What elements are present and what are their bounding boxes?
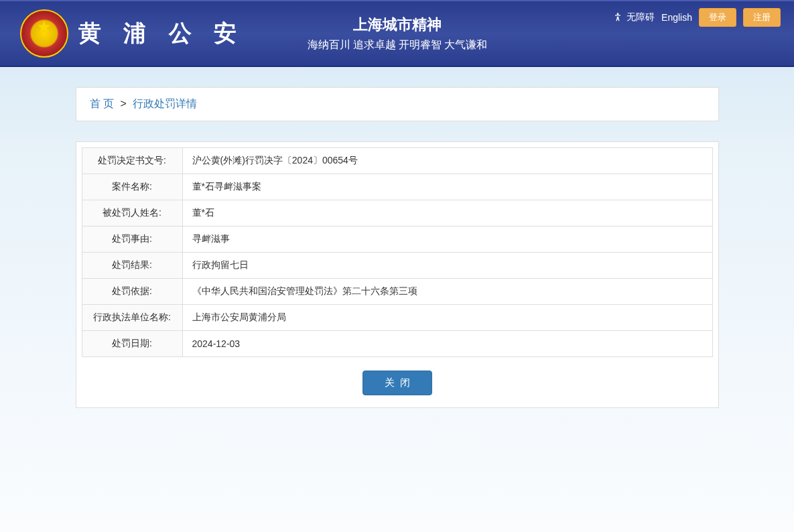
detail-value: 寻衅滋事 xyxy=(182,226,712,253)
detail-value: 行政拘留七日 xyxy=(182,253,712,279)
table-row: 处罚日期:2024-12-03 xyxy=(82,331,712,357)
table-row: 处罚依据:《中华人民共和国治安管理处罚法》第二十六条第三项 xyxy=(82,279,712,305)
svg-point-0 xyxy=(617,13,619,15)
close-button-wrap: 关闭 xyxy=(82,357,713,402)
detail-label: 处罚依据: xyxy=(82,279,182,305)
detail-label: 处罚结果: xyxy=(82,253,182,279)
slogan-main: 上海城市精神 xyxy=(308,15,487,35)
detail-label: 行政执法单位名称: xyxy=(82,305,182,331)
detail-value: 上海市公安局黄浦分局 xyxy=(182,305,712,331)
main-container: 首 页 > 行政处罚详情 处罚决定书文号:沪公黄(外滩)行罚决字〔2024〕00… xyxy=(76,67,719,408)
table-row: 处罚结果:行政拘留七日 xyxy=(82,253,712,279)
detail-card: 处罚决定书文号:沪公黄(外滩)行罚决字〔2024〕00654号案件名称:董*石寻… xyxy=(76,141,719,408)
breadcrumb: 首 页 > 行政处罚详情 xyxy=(76,87,719,121)
top-links: 无障碍 English 登录 注册 xyxy=(612,8,781,27)
detail-label: 被处罚人姓名: xyxy=(82,200,182,226)
accessibility-text: 无障碍 xyxy=(626,11,655,23)
breadcrumb-separator: > xyxy=(120,98,126,109)
detail-label: 处罚决定书文号: xyxy=(82,148,182,174)
detail-value: 董*石寻衅滋事案 xyxy=(182,174,712,200)
table-row: 案件名称:董*石寻衅滋事案 xyxy=(82,174,712,200)
register-button[interactable]: 注册 xyxy=(743,8,781,27)
english-link[interactable]: English xyxy=(661,12,692,23)
detail-table: 处罚决定书文号:沪公黄(外滩)行罚决字〔2024〕00654号案件名称:董*石寻… xyxy=(82,147,713,357)
site-title: 黄 浦 公 安 xyxy=(78,18,245,49)
detail-label: 案件名称: xyxy=(82,174,182,200)
table-row: 被处罚人姓名:董*石 xyxy=(82,200,712,226)
slogan-sub: 海纳百川 追求卓越 开明睿智 大气谦和 xyxy=(308,38,487,52)
logo-section: 黄 浦 公 安 xyxy=(20,9,245,58)
detail-label: 处罚日期: xyxy=(82,331,182,357)
police-badge-icon xyxy=(20,9,68,58)
site-header: 黄 浦 公 安 上海城市精神 海纳百川 追求卓越 开明睿智 大气谦和 无障碍 E… xyxy=(0,0,794,67)
detail-label: 处罚事由: xyxy=(82,226,182,253)
table-row: 处罚决定书文号:沪公黄(外滩)行罚决字〔2024〕00654号 xyxy=(82,148,712,174)
detail-value: 董*石 xyxy=(182,200,712,226)
close-button[interactable]: 关闭 xyxy=(362,371,432,395)
breadcrumb-home[interactable]: 首 页 xyxy=(90,98,114,109)
detail-value: 沪公黄(外滩)行罚决字〔2024〕00654号 xyxy=(182,148,712,174)
detail-value: 《中华人民共和国治安管理处罚法》第二十六条第三项 xyxy=(182,279,712,305)
accessibility-link[interactable]: 无障碍 xyxy=(612,11,655,23)
table-row: 处罚事由:寻衅滋事 xyxy=(82,226,712,253)
slogan-block: 上海城市精神 海纳百川 追求卓越 开明睿智 大气谦和 xyxy=(308,15,487,52)
breadcrumb-current[interactable]: 行政处罚详情 xyxy=(133,98,197,109)
detail-value: 2024-12-03 xyxy=(182,331,712,357)
accessibility-icon xyxy=(612,12,623,23)
table-row: 行政执法单位名称:上海市公安局黄浦分局 xyxy=(82,305,712,331)
login-button[interactable]: 登录 xyxy=(699,8,736,27)
